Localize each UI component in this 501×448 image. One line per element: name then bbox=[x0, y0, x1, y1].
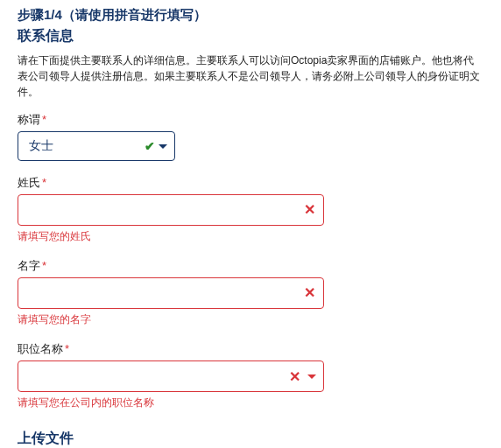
upload-section: 上传文件 卖家提交的文件大小总共不超过20MB，每一份单独的文件不超过8MB。提… bbox=[18, 430, 483, 448]
close-icon[interactable]: ✕ bbox=[304, 284, 315, 301]
firstname-input[interactable] bbox=[18, 277, 324, 309]
upload-heading: 上传文件 bbox=[18, 430, 483, 448]
firstname-error: 请填写您的名字 bbox=[18, 312, 483, 327]
salutation-select[interactable]: 女士 ✔ bbox=[18, 131, 175, 161]
jobtitle-label: 职位名称* bbox=[18, 341, 483, 357]
salutation-field: 称谓* 女士 ✔ bbox=[18, 112, 483, 161]
lastname-field: 姓氏* ✕ 请填写您的姓氏 bbox=[18, 175, 483, 244]
close-icon: ✕ bbox=[289, 368, 300, 385]
contact-heading: 联系信息 bbox=[18, 27, 483, 46]
chevron-down-icon bbox=[307, 374, 316, 379]
salutation-label: 称谓* bbox=[18, 112, 483, 128]
step-title: 步骤1/4（请使用拼音进行填写） bbox=[18, 7, 483, 24]
lastname-error: 请填写您的姓氏 bbox=[18, 229, 483, 244]
close-icon[interactable]: ✕ bbox=[304, 201, 315, 218]
jobtitle-select[interactable]: ✕ bbox=[18, 360, 324, 392]
firstname-label: 名字* bbox=[18, 258, 483, 274]
jobtitle-error: 请填写您在公司内的职位名称 bbox=[18, 396, 483, 410]
chevron-down-icon bbox=[159, 144, 167, 149]
contact-description: 请在下面提供主要联系人的详细信息。主要联系人可以访问Octopia卖家界面的店铺… bbox=[18, 52, 483, 100]
lastname-label: 姓氏* bbox=[18, 175, 483, 191]
firstname-field: 名字* ✕ 请填写您的名字 bbox=[18, 258, 483, 327]
salutation-value: 女士 bbox=[29, 138, 53, 154]
jobtitle-field: 职位名称* ✕ 请填写您在公司内的职位名称 bbox=[18, 341, 483, 410]
lastname-input[interactable] bbox=[18, 194, 324, 226]
check-icon: ✔ bbox=[145, 139, 155, 153]
